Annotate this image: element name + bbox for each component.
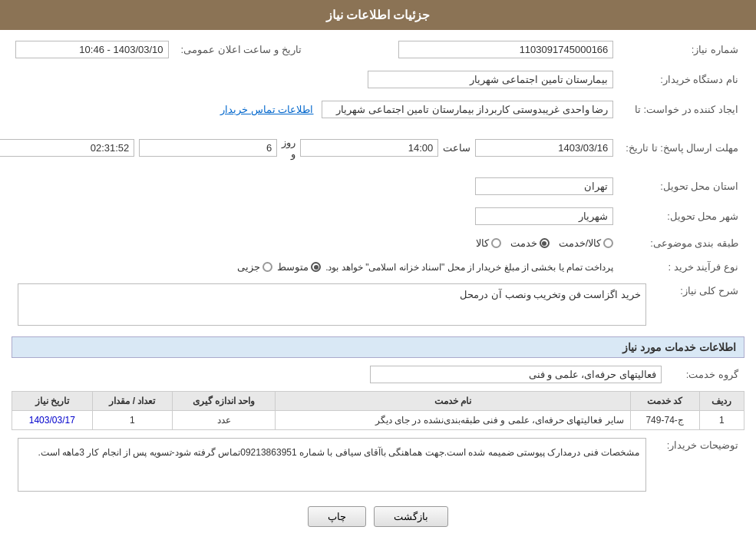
col-tarikh: تاریخ نیاز bbox=[12, 392, 93, 411]
ijadKonande-value: رضا واحدی غریبدوستی کاربرداز بیمارستان ت… bbox=[0, 98, 619, 121]
separator-row-2 bbox=[0, 91, 744, 98]
btn-back[interactable]: بازگشت bbox=[374, 506, 448, 527]
noeFarayand-row-inner: پرداخت تمام یا بخشی از مبلغ خریدار از مح… bbox=[0, 261, 613, 273]
mohlat-date-input: 1403/03/16 bbox=[475, 139, 613, 157]
radio-kala-label: کالا bbox=[476, 237, 489, 249]
radio-kala-khedmat-circle bbox=[603, 238, 613, 248]
page-title: جزئیات اطلاعات نیاز bbox=[326, 8, 431, 22]
radio-kala[interactable]: کالا bbox=[476, 237, 501, 249]
groheKhedmat-label: گروه خدمت: bbox=[668, 363, 744, 386]
separator-row-6 bbox=[0, 228, 744, 234]
noeFarayand-note: پرداخت تمام یا بخشی از مبلغ خریدار از مح… bbox=[325, 262, 613, 273]
buyer-desc-label: توضیحات خریدار: bbox=[652, 435, 744, 495]
mohlat-rooz-input: 6 bbox=[139, 139, 277, 157]
buyer-desc-value-cell: مشخصات فنی درمدارک پیوستی ضمیمه شده است.… bbox=[12, 435, 652, 495]
ostan-label: استان محل تحویل: bbox=[619, 174, 744, 198]
mohlat-time-row: 1403/03/16 ساعت 14:00 روز و 6 02:31:52 س… bbox=[0, 131, 613, 165]
tabaqebandi-label: طبقه بندی موضوعی: bbox=[619, 234, 744, 252]
groheKhedmat-row: گروه خدمت: فعالیتهای حرفه‌ای، علمی و فنی bbox=[12, 363, 744, 386]
radio-khedmat-circle bbox=[540, 238, 550, 248]
shahr-input: شهریار bbox=[475, 207, 613, 225]
radio-kala-khedmat-label: کالا/خدمت bbox=[559, 237, 602, 249]
page-header: جزئیات اطلاعات نیاز bbox=[0, 0, 756, 30]
shomareNiaz-row: شماره نیاز: 1103091745000166 تاریخ و ساع… bbox=[0, 38, 744, 61]
tamas-kharidar-link[interactable]: اطلاعات تماس خریدار bbox=[220, 104, 313, 115]
mohlat-remaining-input: 02:31:52 bbox=[0, 139, 134, 157]
separator-row-4 bbox=[0, 168, 744, 174]
sharhKoli-value-cell: خرید اگزاست فن وتخریب ونصب آن درمحل bbox=[12, 280, 652, 329]
buyer-desc-table: توضیحات خریدار: مشخصات فنی درمدارک پیوست… bbox=[12, 435, 744, 495]
ostan-input: تهران bbox=[475, 177, 613, 195]
groheKhedmat-value-cell: فعالیتهای حرفه‌ای، علمی و فنی bbox=[12, 363, 668, 386]
tabaqebandi-value: کالا/خدمت خدمت کالا bbox=[0, 234, 619, 252]
noeFarayand-label: نوع فرآیند خرید : bbox=[619, 258, 744, 276]
namDasgah-input: بیمارستان تامین اجتماعی شهریار bbox=[368, 71, 613, 88]
radio-motavaset[interactable]: متوسط bbox=[277, 261, 321, 273]
ostan-value: تهران bbox=[0, 174, 619, 198]
buyer-desc-text: مشخصات فنی درمدارک پیوستی ضمیمه شده است.… bbox=[38, 447, 639, 458]
buyer-desc-box: مشخصات فنی درمدارک پیوستی ضمیمه شده است.… bbox=[18, 438, 646, 492]
mohlat-value: 1403/03/16 ساعت 14:00 روز و 6 02:31:52 س… bbox=[0, 128, 619, 168]
ijadKonande-label: ایجاد کننده در خواست: تا bbox=[619, 98, 744, 121]
tabaqebandi-row: طبقه بندی موضوعی: کالا/خدمت خدمت bbox=[0, 234, 744, 252]
mohlat-label: مهلت ارسال پاسخ: تا تاریخ: bbox=[619, 128, 744, 168]
radio-kala-circle bbox=[491, 238, 501, 248]
mohlat-row: مهلت ارسال پاسخ: تا تاریخ: 1403/03/16 سا… bbox=[0, 128, 744, 168]
sharh-koli-table: شرح کلی نیاز: خرید اگزاست فن وتخریب ونصب… bbox=[12, 280, 744, 329]
tabaqebandi-radio-group: کالا/خدمت خدمت کالا bbox=[0, 237, 613, 249]
btn-print[interactable]: چاپ bbox=[308, 506, 366, 527]
shahr-label: شهر محل تحویل: bbox=[619, 204, 744, 228]
sharhKoli-textarea: خرید اگزاست فن وتخریب ونصب آن درمحل bbox=[18, 283, 646, 326]
ostan-row: استان محل تحویل: تهران bbox=[0, 174, 744, 198]
content-area: شماره نیاز: 1103091745000166 تاریخ و ساع… bbox=[0, 30, 756, 540]
services-table-header-row: ردیف کد خدمت نام خدمت واحد اندازه گیری ت… bbox=[12, 392, 744, 411]
cell-tarikh: 1403/03/17 bbox=[12, 411, 93, 430]
mohlat-time-input: 14:00 bbox=[300, 139, 438, 157]
separator-row-5 bbox=[0, 198, 744, 204]
buttons-row: بازگشت چاپ bbox=[12, 506, 744, 527]
radio-khedmat[interactable]: خدمت bbox=[510, 237, 550, 249]
cell-kodKhedmat: ج-74-749 bbox=[630, 411, 699, 430]
mohlat-time-label: ساعت bbox=[443, 142, 470, 154]
main-info-table: شماره نیاز: 1103091745000166 تاریخ و ساع… bbox=[0, 38, 744, 276]
noeFarayand-row: نوع فرآیند خرید : پرداخت تمام یا بخشی از… bbox=[0, 258, 744, 276]
shahr-value: شهریار bbox=[0, 204, 619, 228]
radio-kala-khedmat[interactable]: کالا/خدمت bbox=[559, 237, 614, 249]
sharhKoli-text: خرید اگزاست فن وتخریب ونصب آن درمحل bbox=[460, 289, 641, 300]
services-table-body: 1 ج-74-749 سایر فعالیتهای حرفه‌ای، علمی … bbox=[12, 411, 744, 430]
col-tedad: تعداد / مقدار bbox=[92, 392, 172, 411]
radio-jozi-circle bbox=[262, 262, 272, 272]
radio-motavaset-circle bbox=[311, 262, 321, 272]
radio-jozi[interactable]: جزیی bbox=[237, 261, 272, 273]
col-kodKhedmat: کد خدمت bbox=[630, 392, 699, 411]
separator-row-1 bbox=[0, 61, 744, 68]
shomareNiaz-value: 1103091745000166 bbox=[323, 38, 620, 61]
namDasgah-row: نام دستگاه خریدار: بیمارستان تامین اجتما… bbox=[0, 68, 744, 91]
table-row: 1 ج-74-749 سایر فعالیتهای حرفه‌ای، علمی … bbox=[12, 411, 744, 430]
tarikh-value: 1403/03/10 - 10:46 bbox=[0, 38, 175, 61]
page-wrapper: جزئیات اطلاعات نیاز شماره نیاز: 11030917… bbox=[0, 0, 756, 540]
ijadKonande-input: رضا واحدی غریبدوستی کاربرداز بیمارستان ت… bbox=[322, 101, 613, 118]
mohlat-rooz-label: روز و bbox=[282, 137, 295, 160]
shomareNiaz-label: شماره نیاز: bbox=[619, 38, 744, 61]
tarikh-label: تاریخ و ساعت اعلان عمومی: bbox=[175, 38, 308, 61]
groheKhedmat-table: گروه خدمت: فعالیتهای حرفه‌ای، علمی و فنی bbox=[12, 363, 744, 386]
sharhKoli-label: شرح کلی نیاز: bbox=[652, 280, 744, 329]
shomareNiaz-input: 1103091745000166 bbox=[398, 41, 613, 58]
namDasgah-label: نام دستگاه خریدار: bbox=[619, 68, 744, 91]
cell-vahed: عدد bbox=[173, 411, 276, 430]
cell-radif: 1 bbox=[699, 411, 744, 430]
noeFarayand-value: پرداخت تمام یا بخشی از مبلغ خریدار از مح… bbox=[0, 258, 619, 276]
cell-tedad: 1 bbox=[92, 411, 172, 430]
sharh-koli-row: شرح کلی نیاز: خرید اگزاست فن وتخریب ونصب… bbox=[12, 280, 744, 329]
buyer-desc-row: توضیحات خریدار: مشخصات فنی درمدارک پیوست… bbox=[12, 435, 744, 495]
separator-row-3 bbox=[0, 121, 744, 128]
ijadKonande-row: ایجاد کننده در خواست: تا رضا واحدی غریبد… bbox=[0, 98, 744, 121]
separator-row-7 bbox=[0, 252, 744, 258]
col-namKhedmat: نام خدمت bbox=[275, 392, 630, 411]
services-section-title: اطلاعات خدمات مورد نیاز bbox=[12, 336, 744, 358]
col-radif: ردیف bbox=[699, 392, 744, 411]
radio-jozi-label: جزیی bbox=[237, 261, 260, 273]
col-vahed: واحد اندازه گیری bbox=[173, 392, 276, 411]
shahr-row: شهر محل تحویل: شهریار bbox=[0, 204, 744, 228]
